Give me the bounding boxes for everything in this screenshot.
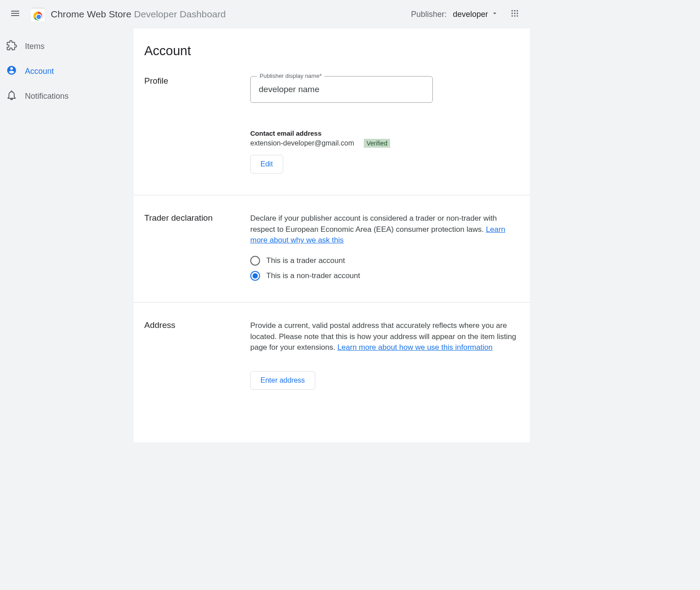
radio-label: This is a trader account <box>266 256 345 265</box>
sidebar-item-account[interactable]: Account <box>0 59 128 84</box>
app-title: Chrome Web Store Developer Dashboard <box>51 9 226 20</box>
svg-point-1 <box>514 10 515 12</box>
radio-trader-account[interactable]: This is a trader account <box>250 256 519 266</box>
sidebar-item-items[interactable]: Items <box>0 34 128 59</box>
contact-email-value: extension-developer@gmail.com <box>250 139 354 147</box>
section-heading-address: Address <box>144 320 250 390</box>
sidebar: Items Account Notifications <box>0 28 134 442</box>
publisher-value: developer <box>453 10 488 19</box>
section-profile: Profile Publisher display name* Contact … <box>134 58 530 195</box>
radio-non-trader-account[interactable]: This is a non-trader account <box>250 271 519 281</box>
sidebar-item-label: Notifications <box>25 92 69 101</box>
trader-description: Declare if your publisher account is con… <box>250 213 519 246</box>
verified-badge: Verified <box>364 139 390 148</box>
enter-address-button[interactable]: Enter address <box>250 371 315 390</box>
apps-grid-icon <box>510 9 519 20</box>
sidebar-item-label: Account <box>25 67 54 76</box>
main-content: Account Profile Publisher display name* … <box>134 28 530 442</box>
bell-icon <box>6 90 17 103</box>
publisher-selector[interactable]: developer <box>453 9 499 20</box>
chrome-webstore-icon <box>31 7 45 21</box>
publisher-label: Publisher: <box>411 10 447 19</box>
extension-icon <box>6 40 17 53</box>
publisher-display-name-input[interactable] <box>259 85 424 94</box>
svg-point-3 <box>512 12 513 14</box>
field-label: Publisher display name* <box>257 73 324 79</box>
sidebar-item-notifications[interactable]: Notifications <box>0 84 128 109</box>
radio-checked-icon <box>250 271 260 281</box>
sidebar-item-label: Items <box>25 42 45 51</box>
publisher-display-name-field[interactable]: Publisher display name* <box>250 76 433 103</box>
svg-point-8 <box>517 15 518 16</box>
app-logo-title: Chrome Web Store Developer Dashboard <box>31 7 226 21</box>
dropdown-icon <box>491 9 499 20</box>
account-circle-icon <box>6 65 17 78</box>
address-description: Provide a current, valid postal address … <box>250 320 519 353</box>
menu-button[interactable] <box>6 5 24 23</box>
google-apps-button[interactable] <box>506 5 524 23</box>
address-learn-more-link[interactable]: Learn more about how we use this informa… <box>338 343 493 352</box>
svg-point-4 <box>514 12 515 14</box>
radio-label: This is a non-trader account <box>266 271 360 280</box>
section-trader: Trader declaration Declare if your publi… <box>134 195 530 303</box>
page-title: Account <box>134 28 530 58</box>
hamburger-icon <box>10 8 20 20</box>
svg-point-0 <box>512 10 513 12</box>
app-header: Chrome Web Store Developer Dashboard Pub… <box>0 0 530 28</box>
svg-point-5 <box>517 12 518 14</box>
section-heading-profile: Profile <box>144 76 250 174</box>
radio-unchecked-icon <box>250 256 260 266</box>
app-title-main: Chrome Web Store <box>51 9 131 19</box>
edit-email-button[interactable]: Edit <box>250 155 283 174</box>
svg-point-2 <box>517 10 518 12</box>
section-heading-trader: Trader declaration <box>144 213 250 281</box>
contact-email-heading: Contact email address <box>250 129 519 137</box>
svg-point-6 <box>512 15 513 16</box>
app-title-sub: Developer Dashboard <box>134 9 226 19</box>
svg-point-7 <box>514 15 515 16</box>
section-address: Address Provide a current, valid postal … <box>134 303 530 411</box>
